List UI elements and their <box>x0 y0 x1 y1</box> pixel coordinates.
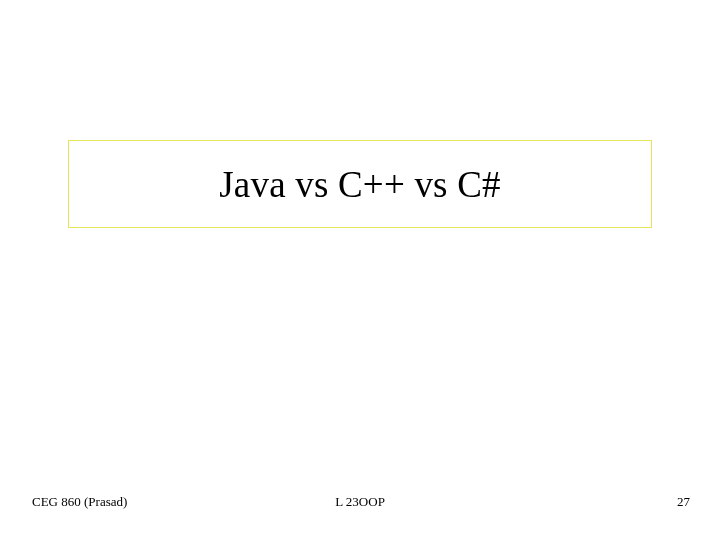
footer-left-text: CEG 860 (Prasad) <box>32 494 127 510</box>
title-container: Java vs C++ vs C# <box>68 140 652 228</box>
slide-footer: CEG 860 (Prasad) L 23OOP 27 <box>0 490 720 510</box>
slide-title: Java vs C++ vs C# <box>219 163 501 206</box>
footer-page-number: 27 <box>677 494 690 510</box>
footer-center-text: L 23OOP <box>335 494 385 510</box>
